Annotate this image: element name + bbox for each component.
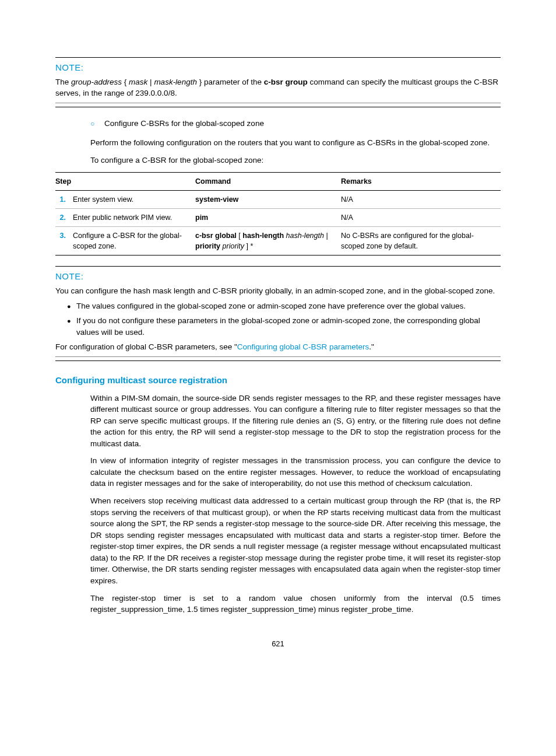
step-num: 3. xyxy=(55,226,73,255)
col-command: Command xyxy=(195,172,341,190)
step-remarks: No C-BSRs are configured for the global-… xyxy=(341,226,501,255)
sub-item-caption: To configure a C-BSR for the global-scop… xyxy=(55,155,501,166)
sub-item-desc: Perform the following configuration on t… xyxy=(55,137,501,149)
table-header-row: Step Command Remarks xyxy=(55,172,501,190)
note-intro: You can configure the hash mask length a… xyxy=(55,285,501,297)
sub-item: ○ Configure C-BSRs for the global-scoped… xyxy=(90,118,501,130)
bullet-text: The values configured in the global-scop… xyxy=(76,300,501,312)
text: { xyxy=(122,78,129,86)
step-desc: Configure a C-BSR for the global-scoped … xyxy=(73,226,195,255)
footer-pre: For configuration of global C-BSR parame… xyxy=(55,342,237,351)
bullet-text: If you do not configure these parameters… xyxy=(76,315,501,338)
paragraph: When receivers stop receiving multicast … xyxy=(55,495,501,587)
table-row: 1. Enter system view. system-view N/A xyxy=(55,190,501,208)
paragraph: In view of information integrity of regi… xyxy=(55,455,501,489)
cmd-b1: c-bsr global xyxy=(195,232,237,240)
note-footer: For configuration of global C-BSR parame… xyxy=(55,341,501,353)
text: | xyxy=(147,78,154,86)
list-item: ● If you do not configure these paramete… xyxy=(67,315,501,338)
table-row: 3. Configure a C-BSR for the global-scop… xyxy=(55,226,501,255)
step-remarks: N/A xyxy=(341,190,501,208)
steps-table: Step Command Remarks 1. Enter system vie… xyxy=(55,172,501,256)
config-cbsr-link[interactable]: Configuring global C-BSR parameters xyxy=(237,342,370,351)
step-cmd: c-bsr global [ hash-length hash-length |… xyxy=(195,226,341,255)
circle-bullet-icon: ○ xyxy=(90,118,104,130)
note-bullet-list: ● The values configured in the global-sc… xyxy=(55,300,501,338)
page-number: 621 xyxy=(55,639,501,650)
note-title: NOTE: xyxy=(55,270,501,283)
cmd-i3: priority xyxy=(220,242,244,250)
table-row: 2. Enter public network PIM view. pim N/… xyxy=(55,208,501,226)
cmd-p1: [ xyxy=(237,232,242,240)
col-remarks: Remarks xyxy=(341,172,501,190)
step-remarks: N/A xyxy=(341,208,501,226)
note-body: You can configure the hash mask length a… xyxy=(55,285,501,357)
paragraph: Within a PIM-SM domain, the source-side … xyxy=(55,393,501,450)
step-cmd: pim xyxy=(195,208,341,226)
cmd-bold: system-view xyxy=(195,195,238,204)
group-address-param: group-address xyxy=(71,78,122,86)
cmd-b3: priority xyxy=(195,242,220,250)
sub-list: ○ Configure C-BSRs for the global-scoped… xyxy=(55,118,501,130)
note-body: The group-address { mask | mask-length }… xyxy=(55,76,501,103)
text: } parameter of the xyxy=(197,78,264,86)
note-text: The xyxy=(55,78,71,86)
mask-param: mask xyxy=(129,78,147,86)
step-desc: Enter public network PIM view. xyxy=(73,208,195,226)
step-num: 1. xyxy=(55,190,73,208)
note-box-2: NOTE: You can configure the hash mask le… xyxy=(55,266,501,361)
bullet-icon: ● xyxy=(67,315,76,338)
step-num: 2. xyxy=(55,208,73,226)
sub-item-text: Configure C-BSRs for the global-scoped z… xyxy=(104,118,501,130)
cmd-tail: ] * xyxy=(244,242,253,250)
cmd-bold: pim xyxy=(195,214,208,222)
list-item: ● The values configured in the global-sc… xyxy=(67,300,501,312)
paragraph: The register-stop timer is set to a rand… xyxy=(55,593,501,615)
cmd-p2: | xyxy=(324,232,328,240)
note-box-1: NOTE: The group-address { mask | mask-le… xyxy=(55,57,501,107)
step-cmd: system-view xyxy=(195,190,341,208)
bullet-icon: ● xyxy=(67,300,76,312)
note-title: NOTE: xyxy=(55,61,501,74)
footer-post: ." xyxy=(369,342,374,351)
cmd-b2: hash-length xyxy=(242,232,284,240)
section-heading: Configuring multicast source registratio… xyxy=(55,374,501,387)
mask-length-param: mask-length xyxy=(154,78,197,86)
col-step: Step xyxy=(55,172,195,190)
cbsr-group-cmd: c-bsr group xyxy=(264,78,308,86)
step-desc: Enter system view. xyxy=(73,190,195,208)
cmd-i2: hash-length xyxy=(284,232,324,240)
